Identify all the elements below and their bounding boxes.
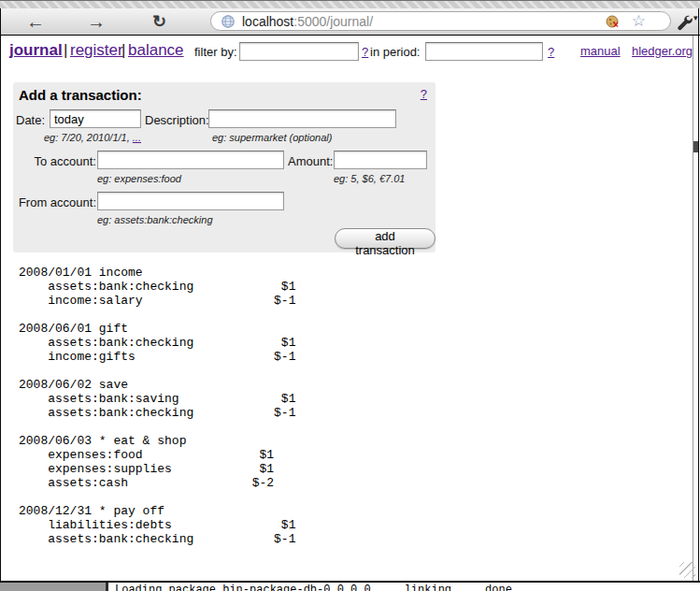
- filter-input[interactable]: [239, 42, 359, 61]
- filter-by-label: filter by:: [194, 45, 237, 59]
- url-host: localhost: [242, 14, 293, 29]
- period-input[interactable]: [425, 42, 543, 61]
- add-transaction-form: Add a transaction: ? Date: Description: …: [13, 82, 436, 252]
- wrench-menu-caret-icon[interactable]: ▾: [693, 13, 698, 22]
- svg-text:×: ×: [613, 20, 619, 29]
- window-border-left: [0, 8, 1, 582]
- desktop-background: [0, 583, 106, 591]
- url-text[interactable]: localhost:5000/journal/: [242, 14, 373, 29]
- form-help-link[interactable]: ?: [421, 87, 427, 101]
- window-titlebar-stripes[interactable]: [0, 0, 700, 8]
- browser-toolbar: ← → ↻ localhost:5000/journal/: [0, 8, 700, 36]
- filter-help-link[interactable]: ?: [362, 45, 368, 59]
- description-label: Description:: [145, 113, 209, 127]
- reload-icon[interactable]: ↻: [152, 10, 166, 34]
- manual-link[interactable]: manual: [580, 44, 621, 58]
- url-path: :5000/journal/: [293, 14, 373, 29]
- forward-icon[interactable]: →: [87, 9, 106, 34]
- date-hint-more-link[interactable]: ...: [133, 132, 141, 143]
- page-journal: journal | register | balance filter by: …: [1, 36, 693, 581]
- period-help-link[interactable]: ?: [548, 45, 554, 59]
- wrench-menu-icon[interactable]: [675, 13, 693, 35]
- site-globe-icon: [221, 14, 236, 33]
- date-hint: eg: 7/20, 2010/1/1, ...: [44, 132, 141, 143]
- to-account-label: To account:: [13, 154, 96, 168]
- to-account-input[interactable]: [97, 151, 284, 169]
- date-hint-text: eg: 7/20, 2010/1/1,: [44, 132, 133, 143]
- from-account-hint: eg: assets:bank:checking: [97, 214, 213, 225]
- add-transaction-button[interactable]: add transaction: [335, 228, 436, 249]
- journal-listing: 2008/01/01 income assets:bank:checking $…: [19, 266, 295, 546]
- amount-label: Amount:: [288, 154, 333, 168]
- back-icon[interactable]: ←: [26, 9, 45, 34]
- amount-hint: eg: 5, $6, €7.01: [334, 173, 405, 184]
- bookmark-star-icon[interactable]: ☆: [632, 11, 646, 31]
- cookie-blocked-icon[interactable]: ×: [605, 14, 621, 33]
- form-title: Add a transaction:: [19, 87, 142, 103]
- in-period-label: in period:: [370, 45, 420, 59]
- nav-link-journal[interactable]: journal: [9, 41, 63, 60]
- address-bar[interactable]: localhost:5000/journal/ × ☆: [210, 11, 671, 31]
- browser-window: ← → ↻ localhost:5000/journal/: [0, 0, 700, 591]
- nav-link-balance[interactable]: balance: [128, 41, 184, 60]
- nav-separator: |: [64, 41, 67, 60]
- description-input[interactable]: [208, 109, 396, 128]
- nav-link-register[interactable]: register: [70, 41, 123, 60]
- background-terminal-window: Loading package bin-package-db-0.0.0.0 .…: [106, 583, 700, 591]
- description-hint: eg: supermarket (optional): [212, 132, 332, 143]
- window-resize-grip-icon[interactable]: [679, 562, 695, 578]
- from-account-input[interactable]: [97, 192, 284, 210]
- hledger-org-link[interactable]: hledger.org: [632, 44, 693, 58]
- from-account-label: From account:: [13, 195, 96, 209]
- nav-separator: |: [121, 41, 125, 60]
- window-border-right: [698, 8, 699, 582]
- to-account-hint: eg: expenses:food: [97, 173, 181, 184]
- amount-input[interactable]: [334, 151, 427, 169]
- terminal-output-text: Loading package bin-package-db-0.0.0.0 .…: [115, 584, 700, 591]
- top-navbar: journal | register | balance filter by: …: [1, 36, 693, 64]
- date-label: Date:: [16, 113, 45, 127]
- date-input[interactable]: [50, 109, 141, 128]
